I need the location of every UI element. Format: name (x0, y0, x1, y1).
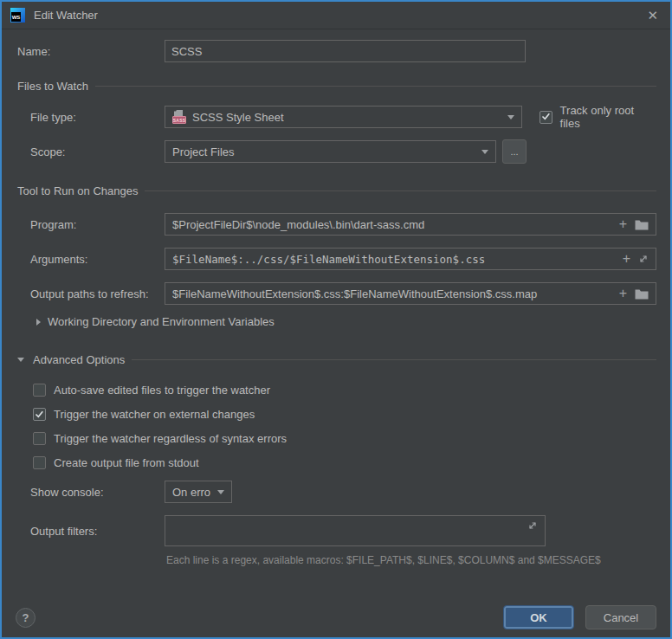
arguments-label: Arguments: (16, 253, 165, 266)
close-icon[interactable]: ✕ (643, 7, 662, 23)
show-console-row: Show console: On error (16, 481, 656, 503)
arguments-row: Arguments: $FileName$:../css/$FileNameWi… (16, 248, 656, 270)
checkbox-icon[interactable] (33, 384, 46, 397)
output-filters-input[interactable] (165, 515, 546, 546)
insert-macro-icon[interactable]: + (619, 217, 627, 231)
name-row: Name: (16, 40, 656, 62)
chevron-right-icon (36, 319, 41, 326)
title-bar: WS Edit Watcher ✕ (2, 2, 670, 29)
arguments-input[interactable]: $FileName$:../css/$FileNameWithoutExtens… (165, 248, 656, 270)
section-rule (95, 86, 656, 87)
show-console-select[interactable]: On error (165, 481, 232, 503)
checkbox-icon[interactable] (33, 456, 46, 469)
output-paths-row: Output paths to refresh: $FileNameWithou… (16, 282, 656, 305)
webstorm-logo-icon: WS (10, 8, 25, 23)
window-title: Edit Watcher (34, 9, 98, 22)
scope-select[interactable]: Project Files (165, 140, 496, 163)
program-input[interactable]: $ProjectFileDir$\node_modules\.bin\dart-… (165, 213, 656, 236)
expand-icon[interactable] (638, 254, 649, 264)
syntax-errors-checkbox-row[interactable]: Trigger the watcher regardless of syntax… (16, 432, 656, 445)
scope-label: Scope: (16, 145, 165, 158)
program-label: Program: (16, 218, 165, 231)
external-changes-checkbox-row[interactable]: Trigger the watcher on external changes (16, 408, 656, 421)
scope-browse-button[interactable]: ... (502, 139, 527, 164)
output-paths-label: Output paths to refresh: (16, 287, 165, 300)
checkbox-icon[interactable] (33, 432, 46, 445)
edit-watcher-dialog: WS Edit Watcher ✕ Name: Files to Watch F… (0, 0, 672, 639)
file-type-label: File type: (16, 111, 165, 124)
output-filters-hint: Each line is a regex, available macros: … (166, 554, 656, 566)
ok-button[interactable]: OK (503, 605, 574, 629)
scope-row: Scope: Project Files ... (16, 139, 656, 164)
files-to-watch-section-header: Files to Watch (16, 80, 656, 93)
show-console-label: Show console: (16, 486, 165, 499)
program-row: Program: $ProjectFileDir$\node_modules\.… (16, 213, 656, 236)
section-rule (132, 359, 656, 360)
track-only-root-files-checkbox[interactable]: Track only root files (540, 104, 656, 130)
cancel-button[interactable]: Cancel (585, 605, 656, 629)
chevron-down-icon (507, 115, 514, 119)
autosave-checkbox-row[interactable]: Auto-save edited files to trigger the wa… (16, 384, 656, 397)
folder-icon[interactable] (635, 219, 649, 230)
watcher-name-input[interactable] (165, 40, 526, 62)
insert-macro-icon[interactable]: + (619, 287, 627, 300)
dialog-footer: ? OK Cancel (2, 599, 670, 637)
checkbox-icon[interactable] (540, 111, 552, 124)
help-button[interactable]: ? (16, 608, 36, 628)
sass-file-type-icon: SASS (172, 110, 186, 124)
stdout-checkbox-row[interactable]: Create output file from stdout (16, 456, 656, 469)
expand-icon[interactable] (527, 520, 538, 531)
chevron-down-icon (481, 150, 488, 154)
working-directory-disclosure[interactable]: Working Directory and Environment Variab… (16, 315, 656, 328)
tool-section-header: Tool to Run on Changes (16, 184, 656, 197)
output-filters-label: Output filters: (16, 525, 165, 538)
name-label: Name: (16, 45, 165, 58)
checkbox-icon[interactable] (33, 408, 46, 421)
output-filters-row: Output filters: (16, 515, 656, 546)
output-paths-input[interactable]: $FileNameWithoutExtension$.css:$FileName… (165, 282, 656, 305)
file-type-row: File type: SASS SCSS Style Sheet Track o… (16, 104, 656, 130)
insert-macro-icon[interactable]: + (623, 252, 630, 266)
advanced-options-header[interactable]: Advanced Options (16, 353, 656, 366)
chevron-down-icon (17, 358, 24, 362)
section-rule (145, 190, 656, 191)
file-type-select[interactable]: SASS SCSS Style Sheet (165, 106, 522, 128)
folder-icon[interactable] (635, 288, 649, 300)
chevron-down-icon (217, 490, 224, 494)
